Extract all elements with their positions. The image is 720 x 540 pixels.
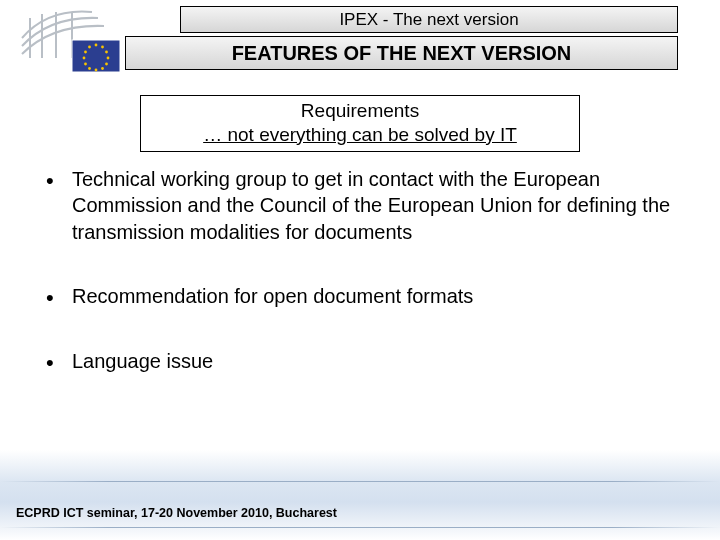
svg-point-7 <box>105 51 108 54</box>
svg-point-15 <box>84 51 87 54</box>
slide: IPEX - The next version FEATURES OF THE … <box>0 0 720 540</box>
list-item: Recommendation for open document formats <box>46 283 676 309</box>
slide-title-large: FEATURES OF THE NEXT VERSION <box>125 36 678 70</box>
svg-point-12 <box>88 67 91 70</box>
list-item: Technical working group to get in contac… <box>46 166 676 245</box>
svg-point-16 <box>88 46 91 49</box>
svg-point-10 <box>101 67 104 70</box>
footer-text: ECPRD ICT seminar, 17-20 November 2010, … <box>16 506 337 520</box>
svg-point-8 <box>107 57 110 60</box>
svg-point-5 <box>95 44 98 47</box>
requirements-box: Requirements … not everything can be sol… <box>140 95 580 152</box>
ep-logo <box>18 6 128 78</box>
requirements-line1: Requirements <box>147 99 573 123</box>
requirements-line2: … not everything can be solved by IT <box>147 123 573 147</box>
svg-point-13 <box>84 63 87 66</box>
footer-rule <box>0 527 720 528</box>
svg-point-6 <box>101 46 104 49</box>
footer-rule <box>0 481 720 482</box>
svg-point-14 <box>83 57 86 60</box>
bullet-list: Technical working group to get in contac… <box>46 166 676 412</box>
svg-point-11 <box>95 69 98 72</box>
list-item: Language issue <box>46 348 676 374</box>
svg-point-9 <box>105 63 108 66</box>
slide-title-small: IPEX - The next version <box>180 6 678 33</box>
